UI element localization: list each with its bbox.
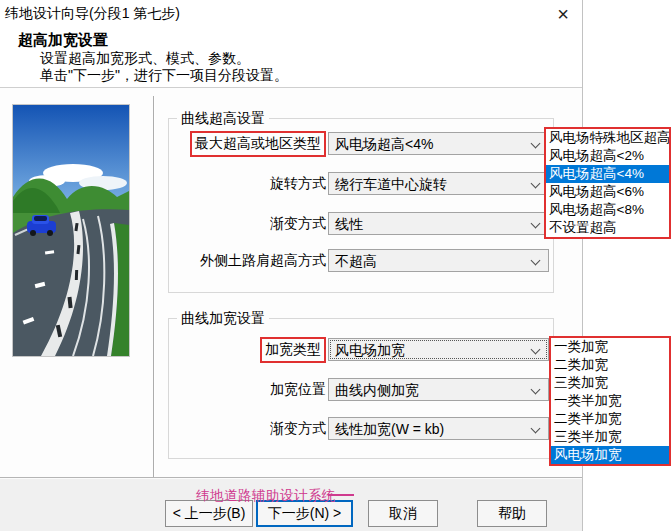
dropdown-option[interactable]: 不设置超高 — [546, 219, 669, 237]
chevron-down-icon — [531, 139, 541, 149]
field-outer-shoulder-mode: 外侧土路肩超高方式 不超高 — [168, 249, 550, 272]
widening-transition-value: 线性加宽(W = kb) — [335, 421, 444, 437]
chevron-down-icon — [531, 219, 541, 229]
max-superelevation-combobox[interactable]: 风电场超高<4% — [328, 132, 549, 155]
close-button[interactable]: × — [546, 0, 580, 27]
outer-shoulder-mode-value: 不超高 — [335, 253, 377, 269]
highway-illustration — [13, 105, 129, 356]
rotation-mode-label: 旋转方式 — [270, 175, 326, 191]
dropdown-option-selected[interactable]: 风电场加宽 — [551, 446, 669, 464]
dropdown-option-selected[interactable]: 风电场超高<4% — [546, 165, 669, 183]
highway-photo — [12, 104, 130, 357]
dropdown-option[interactable]: 风电场超高<8% — [546, 201, 669, 219]
dropdown-option[interactable]: 风电场超高<2% — [546, 147, 669, 165]
field-widening-type: 加宽类型 风电场加宽 — [168, 338, 550, 361]
transition-mode-combobox[interactable]: 线性 — [328, 212, 549, 235]
chevron-down-icon — [531, 424, 541, 434]
chevron-down-icon — [531, 256, 541, 266]
field-max-superelevation: 最大超高或地区类型 风电场超高<4% — [168, 132, 550, 155]
widening-options-list: 一类加宽 二类加宽 三类加宽 一类半加宽 二类半加宽 三类半加宽 风电场加宽 — [549, 336, 671, 466]
rotation-mode-value: 绕行车道中心旋转 — [335, 176, 447, 192]
screenshot-root: 纬地设计向导(分段1 第七步) × 超高加宽设置 设置超高加宽形式、模式、参数。… — [0, 0, 671, 531]
dropdown-option[interactable]: 二类加宽 — [551, 356, 669, 374]
wizard-description-line1: 设置超高加宽形式、模式、参数。 — [40, 50, 250, 68]
field-widening-transition: 渐变方式 线性加宽(W = kb) — [168, 417, 550, 440]
transition-mode-label: 渐变方式 — [270, 215, 326, 231]
superelevation-options-list: 风电场特殊地区超高 风电场超高<2% 风电场超高<4% 风电场超高<6% 风电场… — [544, 127, 671, 239]
dropdown-option[interactable]: 一类半加宽 — [551, 392, 669, 410]
wizard-step-title: 超高加宽设置 — [18, 31, 108, 50]
chevron-down-icon — [531, 385, 541, 395]
max-superelevation-value: 风电场超高<4% — [335, 136, 433, 152]
watermark-line — [328, 494, 354, 496]
widening-position-label: 加宽位置 — [270, 381, 326, 397]
dropdown-option[interactable]: 三类加宽 — [551, 374, 669, 392]
transition-mode-value: 线性 — [335, 216, 363, 232]
rotation-mode-combobox[interactable]: 绕行车道中心旋转 — [328, 172, 549, 195]
field-widening-position: 加宽位置 曲线内侧加宽 — [168, 378, 550, 401]
title-bar: 纬地设计向导(分段1 第七步) × — [0, 0, 582, 28]
max-superelevation-label-annotated: 最大超高或地区类型 — [190, 131, 326, 157]
close-icon: × — [557, 4, 569, 24]
widening-type-combobox[interactable]: 风电场加宽 — [328, 338, 549, 361]
chevron-down-icon — [531, 179, 541, 189]
outer-shoulder-mode-label: 外侧土路肩超高方式 — [200, 252, 326, 268]
outer-shoulder-mode-combobox[interactable]: 不超高 — [328, 249, 549, 272]
widening-transition-label: 渐变方式 — [270, 420, 326, 436]
group-superelevation-title: 曲线超高设置 — [177, 110, 269, 128]
field-rotation-mode: 旋转方式 绕行车道中心旋转 — [168, 172, 550, 195]
widening-position-value: 曲线内侧加宽 — [335, 382, 419, 398]
dropdown-option[interactable]: 三类半加宽 — [551, 428, 669, 446]
field-transition-mode: 渐变方式 线性 — [168, 212, 550, 235]
dropdown-option[interactable]: 风电场特殊地区超高 — [546, 129, 669, 147]
watermark-text: 纬地道路辅助设计系统 — [196, 487, 336, 505]
widening-type-label-annotated: 加宽类型 — [260, 337, 326, 363]
group-widening-title: 曲线加宽设置 — [177, 310, 269, 328]
dropdown-option[interactable]: 一类加宽 — [551, 338, 669, 356]
dropdown-option[interactable]: 风电场超高<6% — [546, 183, 669, 201]
window-title: 纬地设计向导(分段1 第七步) — [5, 5, 180, 23]
chevron-down-icon — [531, 345, 541, 355]
dialog-window: 纬地设计向导(分段1 第七步) × 超高加宽设置 设置超高加宽形式、模式、参数。… — [0, 0, 583, 531]
wizard-header: 超高加宽设置 设置超高加宽形式、模式、参数。 单击"下一步"，进行下一项目分段设… — [0, 28, 582, 88]
widening-transition-combobox[interactable]: 线性加宽(W = kb) — [328, 417, 549, 440]
help-button[interactable]: 帮助 — [477, 500, 547, 527]
vertical-divider — [153, 96, 154, 477]
dropdown-option[interactable]: 二类半加宽 — [551, 410, 669, 428]
cancel-button[interactable]: 取消 — [368, 500, 438, 527]
widening-type-value: 风电场加宽 — [335, 342, 405, 358]
wizard-description-line2: 单击"下一步"，进行下一项目分段设置。 — [40, 67, 288, 85]
widening-position-combobox[interactable]: 曲线内侧加宽 — [328, 378, 549, 401]
